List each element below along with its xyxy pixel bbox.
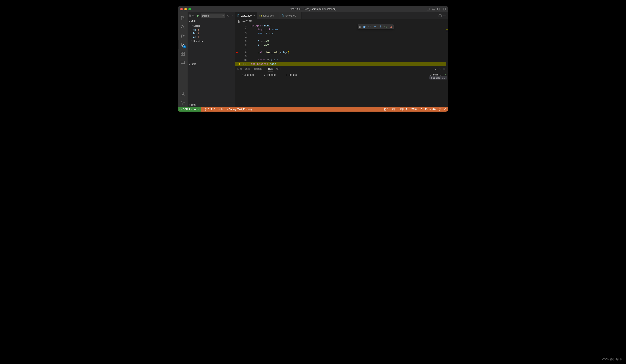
debug-toolbar[interactable]: ⠿ <box>358 24 394 29</box>
variable-item[interactable]: b: 2 <box>188 32 235 35</box>
status-problems[interactable]: 0 0 <box>204 108 215 111</box>
status-cursor[interactable]: 行 11，列 1 <box>384 108 397 111</box>
terminal-instance[interactable]: cppdbg: te... <box>429 76 447 80</box>
svg-point-36 <box>445 16 445 16</box>
chevron-down-icon[interactable] <box>434 68 437 70</box>
svg-point-23 <box>228 15 228 16</box>
editor-tab[interactable]: test01.f90× <box>235 12 257 19</box>
panel-tab-ports[interactable]: 端口 <box>276 67 281 71</box>
code-line[interactable]: 8 call test_add(a,b,c) <box>235 50 448 54</box>
code-line[interactable]: ▷11end program name <box>235 62 448 66</box>
error-icon <box>204 108 207 111</box>
svg-point-9 <box>181 25 184 28</box>
more-icon[interactable] <box>231 14 233 17</box>
status-encoding[interactable]: UTF-8 <box>410 108 417 111</box>
status-eol[interactable]: LF <box>420 108 422 111</box>
split-editor-icon[interactable] <box>438 14 442 17</box>
section-variables[interactable]: 变量 <box>188 19 235 24</box>
activity-debug[interactable]: 1 <box>178 40 188 49</box>
file-icon <box>237 14 240 17</box>
panel-tab-output[interactable]: 输出 <box>245 67 250 71</box>
section-breakpoints[interactable]: 断点 <box>188 103 235 107</box>
code-line[interactable]: 6 b = 2.0 <box>235 43 448 47</box>
bell-icon[interactable] <box>444 108 446 111</box>
activity-settings[interactable] <box>178 98 188 107</box>
svg-point-37 <box>446 16 446 16</box>
status-ports[interactable]: 0 <box>218 108 223 111</box>
breakpoint-icon[interactable] <box>236 52 237 53</box>
activity-explorer[interactable] <box>178 14 188 23</box>
activity-extensions[interactable] <box>178 49 188 58</box>
maximize-window-button[interactable] <box>188 8 191 10</box>
variable-item[interactable]: c: 3 <box>188 28 235 32</box>
code-line[interactable]: 3 real a,b,c <box>235 31 448 35</box>
code-line[interactable]: 10 print *,a,b,c <box>235 58 448 62</box>
section-registers[interactable]: Registers <box>188 39 235 43</box>
start-debug-icon[interactable] <box>197 14 199 17</box>
close-tab-icon[interactable]: × <box>253 14 255 17</box>
panel-tab-terminal[interactable]: 终端 <box>268 67 273 71</box>
svg-rect-15 <box>181 52 183 53</box>
svg-rect-0 <box>427 8 430 10</box>
stop-icon[interactable] <box>389 25 392 29</box>
ports-icon <box>218 108 220 111</box>
run-label: 运行... <box>189 14 196 17</box>
activity-scm[interactable] <box>178 32 188 40</box>
chevron-down-icon <box>191 25 193 27</box>
close-panel-icon[interactable] <box>443 68 446 70</box>
remote-indicator[interactable]: SSH: i.sctek.cn <box>178 107 201 112</box>
breadcrumb[interactable]: test01.f90 <box>235 19 448 24</box>
line-number: 1 <box>242 24 248 27</box>
toggle-secondary-sidebar-icon[interactable] <box>437 7 440 11</box>
maximize-panel-icon[interactable] <box>438 68 441 70</box>
code-line[interactable]: 9 <box>235 54 448 58</box>
customize-layout-icon[interactable] <box>442 7 446 11</box>
step-out-icon[interactable] <box>379 25 382 29</box>
code-line[interactable]: 4 <box>235 35 448 39</box>
minimize-window-button[interactable] <box>184 8 187 10</box>
status-debug[interactable]: Debug (Test_Fortran) <box>225 108 252 111</box>
gear-icon[interactable] <box>227 14 229 17</box>
panel-tabs: 问题 输出 调试控制台 终端 端口 <box>235 66 448 72</box>
section-watch[interactable]: 监视 <box>188 62 235 66</box>
feedback-icon[interactable] <box>438 108 441 111</box>
restart-icon[interactable] <box>384 25 387 29</box>
toggle-primary-sidebar-icon[interactable] <box>427 7 430 11</box>
continue-icon[interactable] <box>363 25 366 29</box>
editor-tab[interactable]: test02.f90 <box>279 12 302 19</box>
svg-point-21 <box>182 92 184 94</box>
close-window-button[interactable] <box>180 8 183 10</box>
line-number: 5 <box>242 39 248 42</box>
code-line[interactable]: 2 implicit none <box>235 27 448 31</box>
file-icon <box>238 20 241 23</box>
section-locals[interactable]: Locals <box>188 24 235 28</box>
step-over-icon[interactable] <box>368 25 371 29</box>
editor[interactable]: ⠿ 1program name2 implicit none3 real a,b… <box>235 24 448 66</box>
more-icon[interactable] <box>443 14 446 17</box>
terminal-instance[interactable]: build T...✓ <box>429 73 447 76</box>
svg-point-35 <box>444 16 444 16</box>
svg-rect-18 <box>183 54 185 55</box>
debug-config-select[interactable]: Debug <box>201 13 225 18</box>
code-line[interactable]: 5 a = 1.0 <box>235 39 448 43</box>
step-into-icon[interactable] <box>374 25 377 29</box>
toggle-panel-icon[interactable] <box>432 7 435 11</box>
panel-tab-problems[interactable]: 问题 <box>237 67 242 71</box>
debug-badge: 1 <box>183 45 186 48</box>
status-lang[interactable]: Fortran90 <box>425 108 436 111</box>
editor-tab[interactable]: tasks.json <box>257 12 279 19</box>
new-terminal-icon[interactable] <box>430 68 432 70</box>
panel-tab-debug-console[interactable]: 调试控制台 <box>254 67 265 71</box>
variable-item[interactable]: a: 1 <box>188 35 235 39</box>
svg-point-60 <box>211 110 212 110</box>
line-number: 7 <box>242 47 248 50</box>
activity-remote[interactable] <box>178 58 188 67</box>
code-line[interactable]: 1program name <box>235 24 448 27</box>
code-line[interactable]: 7 <box>235 47 448 50</box>
drag-handle-icon[interactable]: ⠿ <box>359 25 361 29</box>
activity-account[interactable] <box>178 89 188 98</box>
minimap[interactable] <box>446 24 448 66</box>
activity-search[interactable] <box>178 23 188 32</box>
status-spaces[interactable]: 空格: 4 <box>399 108 407 111</box>
terminal[interactable]: 1.000000 2.000000 3.000000 <box>235 72 428 107</box>
